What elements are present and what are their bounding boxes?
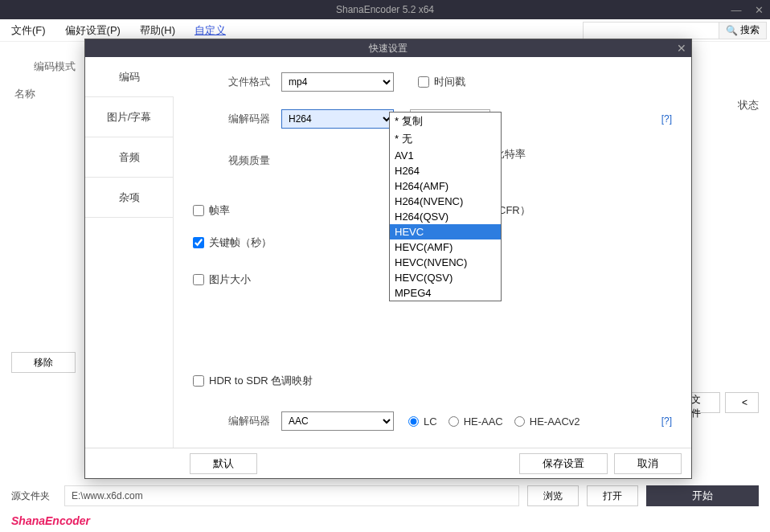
modal-title: 快速设置 — [369, 42, 408, 55]
menu-preferences[interactable]: 偏好设置(P) — [57, 20, 129, 41]
save-settings-button[interactable]: 保存设置 — [519, 453, 608, 474]
audio-codec-label: 编解码器 — [193, 414, 281, 428]
hdr-sdr-label: HDR to SDR 色调映射 — [209, 374, 313, 388]
source-folder-label: 源文件夹 — [11, 489, 56, 503]
tab-misc[interactable]: 杂项 — [85, 178, 174, 218]
titlebar: ShanaEncoder 5.2 x64 — ✕ — [0, 0, 770, 19]
modal-side-tabs: 编码 图片/字幕 音频 杂项 — [85, 57, 174, 448]
heaac-label: HE-AAC — [464, 415, 503, 428]
dd-item-h264-nvenc[interactable]: H264(NVENC) — [390, 194, 501, 209]
tab-encoding[interactable]: 编码 — [85, 57, 174, 97]
menu-custom[interactable]: 自定义 — [186, 20, 234, 41]
help-link-audio[interactable]: [?] — [661, 415, 672, 427]
image-size-label: 图片大小 — [209, 272, 251, 287]
modal-form: 文件格式 mp4 时间戳 编解码器 H264 配置 [?] — [174, 57, 691, 448]
lc-radio[interactable] — [408, 416, 419, 427]
audio-codec-select[interactable]: AAC — [281, 411, 394, 431]
file-format-label: 文件格式 — [193, 75, 281, 89]
window-title: ShanaEncoder 5.2 x64 — [336, 4, 434, 15]
framerate-checkbox[interactable] — [193, 205, 204, 216]
menu-file[interactable]: 文件(F) — [3, 20, 54, 41]
hdr-sdr-checkbox[interactable] — [193, 375, 204, 387]
minimize-button[interactable]: — — [725, 0, 747, 19]
dd-item-h264-amf[interactable]: H264(AMF) — [390, 178, 501, 194]
lc-label: LC — [424, 415, 437, 428]
heaac-radio[interactable] — [448, 416, 459, 427]
keyframe-label: 关键帧（秒） — [209, 235, 272, 250]
video-codec-select[interactable]: H264 — [281, 109, 394, 129]
menu-help[interactable]: 帮助(H) — [132, 20, 183, 41]
browse-button[interactable]: 浏览 — [527, 485, 579, 506]
dd-item-av1[interactable]: AV1 — [390, 148, 501, 163]
search-icon: 🔍 — [726, 25, 738, 36]
modal-titlebar: 快速设置 ✕ — [85, 39, 691, 57]
tab-audio[interactable]: 音频 — [85, 137, 174, 178]
window-controls: — ✕ — [725, 0, 770, 19]
framerate-label: 帧率 — [209, 203, 230, 218]
heaacv2-radio[interactable] — [514, 416, 525, 427]
keyframe-checkbox[interactable] — [193, 237, 204, 248]
codec-dropdown-list: * 复制 * 无 AV1 H264 H264(AMF) H264(NVENC) … — [389, 112, 502, 301]
default-button[interactable]: 默认 — [190, 453, 257, 474]
status-column-label: 状态 — [738, 98, 759, 113]
dd-item-hevc-amf[interactable]: HEVC(AMF) — [390, 239, 501, 255]
quick-settings-modal: 快速设置 ✕ 编码 图片/字幕 音频 杂项 文件格式 mp4 时间戳 — [84, 39, 692, 479]
search-label: 搜索 — [740, 23, 760, 37]
modal-close-button[interactable]: ✕ — [677, 42, 686, 55]
codec-label: 编解码器 — [193, 112, 281, 126]
close-button[interactable]: ✕ — [747, 0, 770, 19]
cancel-button[interactable]: 取消 — [614, 453, 682, 474]
dd-item-copy[interactable]: * 复制 — [390, 113, 501, 130]
dd-item-mpeg4[interactable]: MPEG4 — [390, 285, 501, 301]
nav-back-button[interactable]: < — [725, 392, 759, 413]
dd-item-hevc-nvenc[interactable]: HEVC(NVENC) — [390, 255, 501, 270]
dd-item-hevc[interactable]: HEVC — [390, 224, 501, 239]
tab-image-subtitle[interactable]: 图片/字幕 — [85, 97, 174, 137]
help-link-video[interactable]: [?] — [661, 113, 672, 125]
modal-footer: 默认 保存设置 取消 — [85, 448, 691, 478]
branding: ShanaEncoder — [11, 514, 90, 527]
search-input[interactable] — [583, 22, 719, 39]
heaacv2-label: HE-AACv2 — [530, 415, 580, 428]
timestamp-checkbox[interactable] — [418, 76, 429, 88]
remove-button[interactable]: 移除 — [11, 352, 76, 373]
search-button[interactable]: 🔍 搜索 — [719, 22, 767, 39]
video-quality-label: 视频质量 — [193, 153, 281, 168]
dd-item-h264-qsv[interactable]: H264(QSV) — [390, 209, 501, 224]
dd-item-none[interactable]: * 无 — [390, 130, 501, 148]
timestamp-label: 时间戳 — [434, 75, 465, 89]
file-format-select[interactable]: mp4 — [281, 72, 394, 92]
image-size-checkbox[interactable] — [193, 274, 204, 285]
open-button[interactable]: 打开 — [587, 485, 638, 506]
bottombar: 源文件夹 浏览 打开 开始 — [11, 485, 759, 506]
dd-item-h264[interactable]: H264 — [390, 163, 501, 178]
start-button[interactable]: 开始 — [646, 485, 759, 506]
source-folder-input[interactable] — [64, 485, 519, 506]
menu-search: 🔍 搜索 — [583, 22, 767, 39]
dd-item-hevc-qsv[interactable]: HEVC(QSV) — [390, 270, 501, 285]
